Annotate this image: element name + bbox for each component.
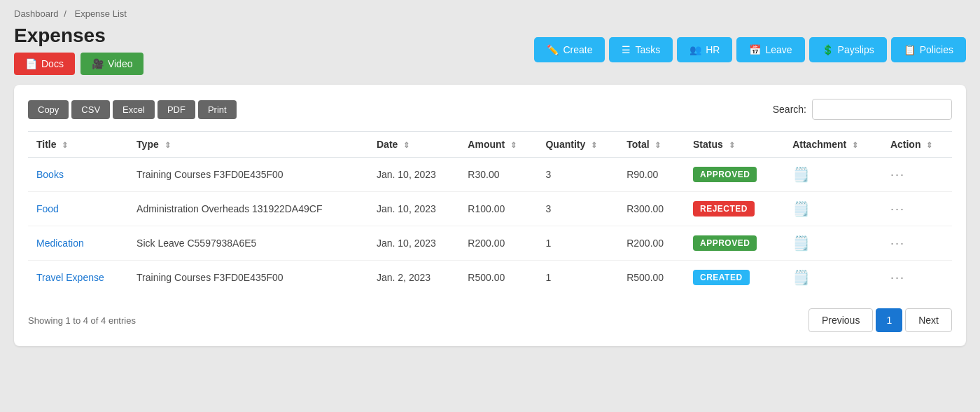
- breadcrumb-dashboard[interactable]: Dashboard: [14, 8, 59, 19]
- action-menu-0[interactable]: ···: [890, 167, 905, 181]
- cell-title-2: Medication: [28, 226, 128, 261]
- pagination-row: Showing 1 to 4 of 4 entries Previous 1 N…: [28, 308, 952, 332]
- cell-total-2: R200.00: [618, 226, 685, 261]
- cell-date-1: Jan. 10, 2023: [368, 192, 459, 226]
- action-menu-1[interactable]: ···: [890, 202, 905, 216]
- cell-total-1: R300.00: [618, 192, 685, 226]
- action-menu-2[interactable]: ···: [890, 236, 905, 250]
- cell-action-0: ···: [882, 158, 952, 192]
- docs-button[interactable]: 📄 Docs: [14, 53, 75, 75]
- status-badge-3: CREATED: [693, 270, 750, 285]
- cell-status-2: APPROVED: [685, 226, 784, 261]
- cell-quantity-2: 1: [537, 226, 618, 261]
- attachment-icon-0[interactable]: 🗒️: [792, 167, 810, 182]
- breadcrumb-current: Expense List: [74, 8, 126, 19]
- export-buttons: Copy CSV Excel PDF Print: [28, 100, 237, 119]
- col-total[interactable]: Total ⇕: [618, 132, 685, 158]
- cell-title-3: Travel Expense: [28, 261, 128, 295]
- col-status[interactable]: Status ⇕: [685, 132, 784, 158]
- video-icon: 🎥: [92, 58, 104, 69]
- cell-date-0: Jan. 10, 2023: [368, 158, 459, 192]
- cell-action-2: ···: [882, 226, 952, 261]
- csv-button[interactable]: CSV: [71, 100, 110, 119]
- sort-attach-icon: ⇕: [852, 141, 858, 149]
- cell-action-1: ···: [882, 192, 952, 226]
- tasks-button[interactable]: ☰ Tasks: [609, 37, 673, 62]
- col-action[interactable]: Action ⇕: [882, 132, 952, 158]
- page-title: Expenses: [14, 25, 144, 47]
- print-button[interactable]: Print: [198, 100, 237, 119]
- cell-attachment-3: 🗒️: [784, 261, 882, 295]
- showing-text: Showing 1 to 4 of 4 entries: [28, 315, 136, 326]
- payslips-icon: 💲: [822, 44, 834, 55]
- payslips-button[interactable]: 💲 Payslips: [809, 37, 887, 62]
- col-attachment[interactable]: Attachment ⇕: [784, 132, 882, 158]
- table-controls: Copy CSV Excel PDF Print Search:: [28, 99, 952, 120]
- title-link-0[interactable]: Books: [36, 169, 64, 180]
- pdf-button[interactable]: PDF: [158, 100, 195, 119]
- cell-quantity-1: 3: [537, 192, 618, 226]
- sort-title-icon: ⇕: [62, 141, 68, 149]
- breadcrumb: Dashboard / Expense List: [14, 8, 966, 19]
- cell-amount-1: R100.00: [459, 192, 537, 226]
- sort-qty-icon: ⇕: [591, 141, 597, 149]
- cell-type-0: Training Courses F3FD0E435F00: [128, 158, 368, 192]
- sort-action-icon: ⇕: [926, 141, 932, 149]
- attachment-icon-2[interactable]: 🗒️: [792, 235, 810, 251]
- next-button[interactable]: Next: [905, 308, 952, 332]
- sort-amount-icon: ⇕: [510, 141, 517, 149]
- search-label: Search:: [773, 104, 806, 115]
- create-button[interactable]: ✏️ Create: [534, 37, 605, 62]
- cell-type-2: Sick Leave C5597938A6E5: [128, 226, 368, 261]
- leave-icon: 📅: [749, 44, 761, 55]
- status-badge-0: APPROVED: [693, 167, 757, 182]
- sort-type-icon: ⇕: [164, 141, 171, 149]
- attachment-icon-1[interactable]: 🗒️: [792, 201, 810, 217]
- cell-total-0: R90.00: [618, 158, 685, 192]
- cell-total-3: R500.00: [618, 261, 685, 295]
- col-title[interactable]: Title ⇕: [28, 132, 128, 158]
- cell-attachment-2: 🗒️: [784, 226, 882, 261]
- cell-attachment-1: 🗒️: [784, 192, 882, 226]
- attachment-icon-3[interactable]: 🗒️: [792, 270, 810, 285]
- cell-status-3: CREATED: [685, 261, 784, 295]
- cell-amount-0: R30.00: [459, 158, 537, 192]
- col-date[interactable]: Date ⇕: [368, 132, 459, 158]
- copy-button[interactable]: Copy: [28, 100, 69, 119]
- cell-amount-2: R200.00: [459, 226, 537, 261]
- table-row: Books Training Courses F3FD0E435F00 Jan.…: [28, 158, 952, 192]
- sort-status-icon: ⇕: [729, 141, 735, 149]
- cell-quantity-3: 1: [537, 261, 618, 295]
- col-amount[interactable]: Amount ⇕: [459, 132, 537, 158]
- status-badge-1: REJECTED: [693, 201, 755, 217]
- status-badge-2: APPROVED: [693, 235, 757, 251]
- title-link-3[interactable]: Travel Expense: [36, 272, 104, 283]
- cell-title-0: Books: [28, 158, 128, 192]
- table-row: Food Administration Overheads 131922DA49…: [28, 192, 952, 226]
- title-link-2[interactable]: Medication: [36, 238, 84, 249]
- policies-button[interactable]: 📋 Policies: [891, 37, 966, 62]
- cell-amount-3: R500.00: [459, 261, 537, 295]
- col-type[interactable]: Type ⇕: [128, 132, 368, 158]
- pagination-buttons: Previous 1 Next: [808, 308, 952, 332]
- col-quantity[interactable]: Quantity ⇕: [537, 132, 618, 158]
- docs-icon: 📄: [25, 58, 37, 69]
- search-input[interactable]: [812, 99, 952, 120]
- search-container: Search:: [773, 99, 952, 120]
- table-row: Travel Expense Training Courses F3FD0E43…: [28, 261, 952, 295]
- hr-button[interactable]: 👥 HR: [677, 37, 732, 62]
- page-1-button[interactable]: 1: [876, 308, 902, 332]
- excel-button[interactable]: Excel: [113, 100, 155, 119]
- title-link-1[interactable]: Food: [36, 203, 59, 214]
- cell-action-3: ···: [882, 261, 952, 295]
- cell-date-3: Jan. 2, 2023: [368, 261, 459, 295]
- policies-icon: 📋: [904, 44, 916, 55]
- previous-button[interactable]: Previous: [808, 308, 873, 332]
- nav-buttons: ✏️ Create ☰ Tasks 👥 HR 📅 Leave 💲 Payslip…: [534, 37, 966, 62]
- main-card: Copy CSV Excel PDF Print Search: Title ⇕…: [14, 85, 966, 346]
- video-button[interactable]: 🎥 Video: [80, 53, 144, 75]
- cell-attachment-0: 🗒️: [784, 158, 882, 192]
- leave-button[interactable]: 📅 Leave: [736, 37, 804, 62]
- page-header: Expenses 📄 Docs 🎥 Video ✏️ Create ☰ Task…: [14, 25, 966, 75]
- action-menu-3[interactable]: ···: [890, 270, 905, 284]
